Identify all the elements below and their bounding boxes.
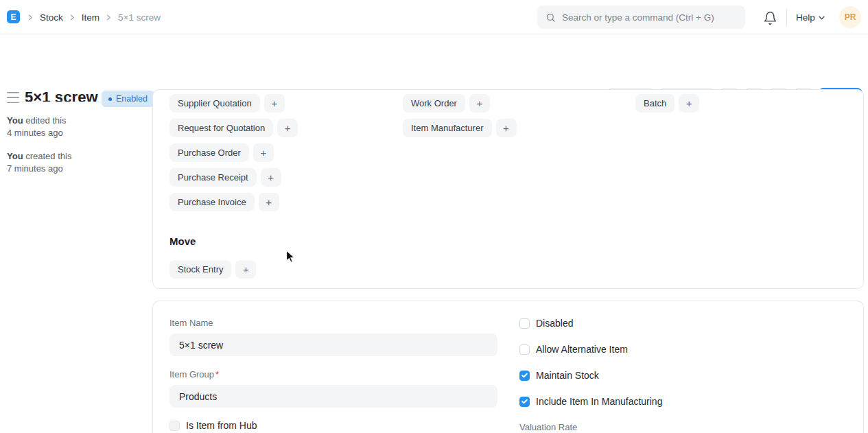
add-batch-button[interactable]: + <box>679 94 699 113</box>
include-item-in-manufacturing-checkbox[interactable]: Include Item In Manufacturing <box>519 396 847 407</box>
help-menu[interactable]: Help <box>796 9 825 26</box>
purchase-order-link[interactable]: Purchase Order <box>169 143 249 162</box>
connections-column-2: Work Order + Item Manufacturer + <box>403 94 635 137</box>
add-purchase-receipt-button[interactable]: + <box>261 168 281 187</box>
connections-column-3: Batch + <box>635 94 847 113</box>
connection-row: Purchase Receipt + <box>169 168 281 187</box>
checkbox-unchecked-icon[interactable] <box>519 318 530 329</box>
help-label: Help <box>796 12 815 23</box>
app-logo-icon[interactable]: E <box>7 10 20 23</box>
connection-row: Supplier Quotation + <box>169 94 285 113</box>
allow-alternative-item-label: Allow Alternative Item <box>536 344 628 355</box>
connection-row: Batch + <box>635 94 699 113</box>
form-sidebar: You edited this 4 minutes ago You create… <box>0 89 152 175</box>
maintain-stock-label: Maintain Stock <box>536 370 599 381</box>
add-supplier-quotation-button[interactable]: + <box>264 94 285 113</box>
connection-row: Stock Entry + <box>169 260 256 279</box>
chevron-right-icon <box>27 14 34 21</box>
add-purchase-invoice-button[interactable]: + <box>259 193 279 211</box>
include-item-in-manufacturing-label: Include Item In Manufacturing <box>536 396 662 407</box>
sidebar-divider <box>5 102 120 102</box>
connections-grid: Supplier Quotation + Request for Quotati… <box>169 94 847 279</box>
edited-when[interactable]: 4 minutes ago <box>7 127 145 139</box>
global-search[interactable] <box>537 5 745 29</box>
add-purchase-order-button[interactable]: + <box>253 143 274 162</box>
checkbox-unchecked-icon[interactable] <box>169 421 180 431</box>
item-name-label: Item Name <box>169 318 497 328</box>
item-group-label-text: Item Group <box>169 369 214 379</box>
edited-who: You <box>7 115 23 126</box>
connection-row: Purchase Invoice + <box>169 193 279 211</box>
edited-action: edited this <box>25 115 66 126</box>
item-name-field: Item Name 5×1 screw <box>169 318 497 356</box>
disabled-checkbox[interactable]: Disabled <box>519 318 847 329</box>
batch-link[interactable]: Batch <box>635 94 675 113</box>
is-item-from-hub-checkbox[interactable]: Is Item from Hub <box>169 420 497 431</box>
chevron-right-icon <box>69 14 75 21</box>
details-column-left: Item Name 5×1 screw Item Group* Products… <box>169 318 497 432</box>
required-marker: * <box>215 369 219 379</box>
item-details-card: Item Name 5×1 screw Item Group* Products… <box>152 301 864 433</box>
breadcrumb-stock[interactable]: Stock <box>40 12 63 23</box>
work-order-link[interactable]: Work Order <box>403 94 465 113</box>
chevron-right-icon <box>106 14 112 21</box>
purchase-receipt-link[interactable]: Purchase Receipt <box>169 168 257 187</box>
valuation-rate-label: Valuation Rate <box>519 422 847 432</box>
item-group-field: Item Group* Products <box>169 369 497 408</box>
item-name-input[interactable]: 5×1 screw <box>169 333 497 356</box>
created-who: You <box>7 151 23 161</box>
item-group-label: Item Group* <box>169 369 497 379</box>
page-header: 5×1 screw Enabled View Duplicate Save <box>0 34 868 89</box>
notifications-bell-icon[interactable] <box>763 10 779 26</box>
add-stock-entry-button[interactable]: + <box>235 260 256 279</box>
connection-row: Item Manufacturer + <box>403 119 517 137</box>
add-item-manufacturer-button[interactable]: + <box>496 119 517 137</box>
breadcrumb: Stock Item 5×1 screw <box>27 0 161 34</box>
search-input[interactable] <box>562 12 737 23</box>
checkbox-checked-icon[interactable] <box>519 371 530 381</box>
add-request-for-quotation-button[interactable]: + <box>277 119 298 137</box>
connection-row: Purchase Order + <box>169 143 274 162</box>
created-when[interactable]: 7 minutes ago <box>7 163 145 175</box>
purchase-invoice-link[interactable]: Purchase Invoice <box>169 193 255 211</box>
connection-row: Request for Quotation + <box>169 119 298 137</box>
chevron-down-icon <box>819 16 825 20</box>
add-work-order-button[interactable]: + <box>469 94 490 113</box>
created-action: created this <box>25 151 71 161</box>
move-section-heading: Move <box>169 235 196 247</box>
navbar: E Stock Item 5×1 screw Help PR <box>0 0 868 34</box>
maintain-stock-checkbox[interactable]: Maintain Stock <box>519 370 847 381</box>
item-group-input[interactable]: Products <box>169 385 497 408</box>
stock-entry-link[interactable]: Stock Entry <box>169 260 231 279</box>
breadcrumb-current: 5×1 screw <box>118 12 161 23</box>
created-info: You created this 7 minutes ago <box>7 150 145 175</box>
edited-info: You edited this 4 minutes ago <box>7 115 145 139</box>
supplier-quotation-link[interactable]: Supplier Quotation <box>169 94 260 113</box>
allow-alternative-item-checkbox[interactable]: Allow Alternative Item <box>519 344 847 355</box>
details-column-right: Disabled Allow Alternative Item Maintain… <box>519 318 847 432</box>
breadcrumb-item[interactable]: Item <box>82 12 99 23</box>
avatar[interactable]: PR <box>839 6 861 28</box>
search-icon <box>546 12 556 23</box>
checkbox-unchecked-icon[interactable] <box>519 344 530 355</box>
request-for-quotation-link[interactable]: Request for Quotation <box>169 119 273 137</box>
connections-card: Supplier Quotation + Request for Quotati… <box>152 89 864 289</box>
checkbox-checked-icon[interactable] <box>519 397 530 407</box>
connections-column-1: Supplier Quotation + Request for Quotati… <box>169 94 403 279</box>
is-item-from-hub-label: Is Item from Hub <box>186 420 257 431</box>
item-manufacturer-link[interactable]: Item Manufacturer <box>403 119 492 137</box>
item-details-grid: Item Name 5×1 screw Item Group* Products… <box>169 318 847 432</box>
connection-row: Work Order + <box>403 94 490 113</box>
disabled-label: Disabled <box>536 318 573 329</box>
navbar-divider <box>786 9 787 26</box>
